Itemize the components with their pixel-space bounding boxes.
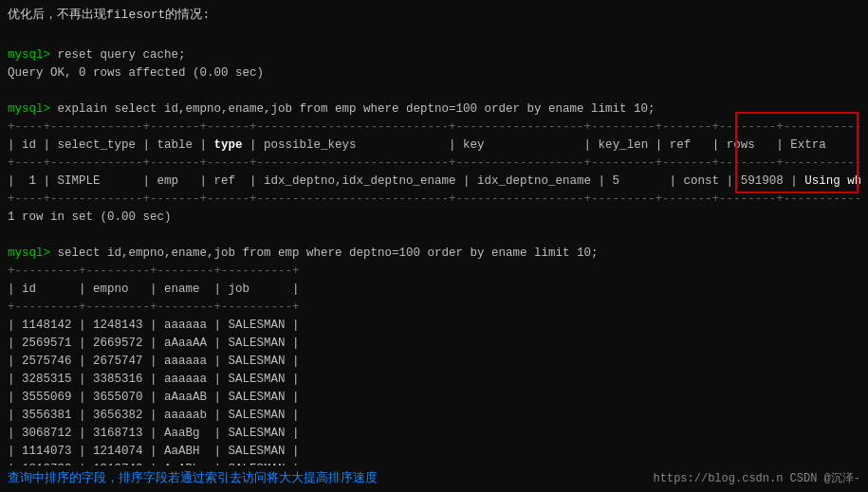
line-border2: +----+-------------+-------+------+-----… <box>8 156 860 170</box>
line-header2: | id | empno | ename | job | <box>8 282 300 296</box>
line-reset: mysql> <box>8 48 50 62</box>
page-wrapper: 优化后，不再出现filesort的情况: mysql> reset query … <box>0 0 868 492</box>
line-header: | id | select_type | table | type | poss… <box>8 138 860 152</box>
line-data1: | 1 | SIMPLE | emp | ref | idx_deptno,id… <box>8 174 860 188</box>
csdn-tag: https://blog.csdn.n CSDN @沉泽- <box>654 470 860 486</box>
line-rowcount1: 1 row in set (0.00 sec) <box>8 210 172 224</box>
line-explain-cmd: mysql> explain select id,empno,ename,job… <box>8 102 656 116</box>
line-ok: Query OK, 0 rows affected (0.00 sec) <box>8 66 264 80</box>
line-border4: +---------+---------+--------+----------… <box>8 264 300 278</box>
line-row8: | 1114073 | 1214074 | AaABH | SALESMAN | <box>8 445 300 458</box>
line-border1: +----+-------------+-------+------+-----… <box>8 120 860 134</box>
line-row9: | 1819739 | 1919740 | AaABh | SALESMAN | <box>8 463 300 465</box>
line-row4: | 3285315 | 3385316 | aaaaaa | SALESMAN … <box>8 373 300 386</box>
line-row3: | 2575746 | 2675747 | aaaaaa | SALESMAN … <box>8 355 300 368</box>
bottom-note-text: 查询中排序的字段，排序字段若通过索引去访问将大大提高排序速度 <box>8 469 378 486</box>
line-select-cmd: mysql> select id,empno,ename,job from em… <box>8 246 599 260</box>
line-row5: | 3555069 | 3655070 | aAaaAB | SALESMAN … <box>8 391 300 404</box>
line-row7: | 3068712 | 3168713 | AaaBg | SALESMAN | <box>8 427 300 440</box>
line-row2: | 2569571 | 2669572 | aAaaAA | SALESMAN … <box>8 337 300 350</box>
line-row6: | 3556381 | 3656382 | aaaaab | SALESMAN … <box>8 409 300 422</box>
bottom-note: 查询中排序的字段，排序字段若通过索引去访问将大大提高排序速度 https://b… <box>8 469 860 486</box>
line-border3: +----+-------------+-------+------+-----… <box>8 192 860 206</box>
top-note: 优化后，不再出现filesort的情况: <box>8 6 860 23</box>
line-row1: | 1148142 | 1248143 | aaaaaa | SALESMAN … <box>8 319 300 332</box>
terminal-pre: mysql> reset query cache; Query OK, 0 ro… <box>8 28 860 465</box>
terminal-content: mysql> reset query cache; Query OK, 0 ro… <box>8 28 860 465</box>
line-border5: +---------+---------+--------+----------… <box>8 301 300 314</box>
